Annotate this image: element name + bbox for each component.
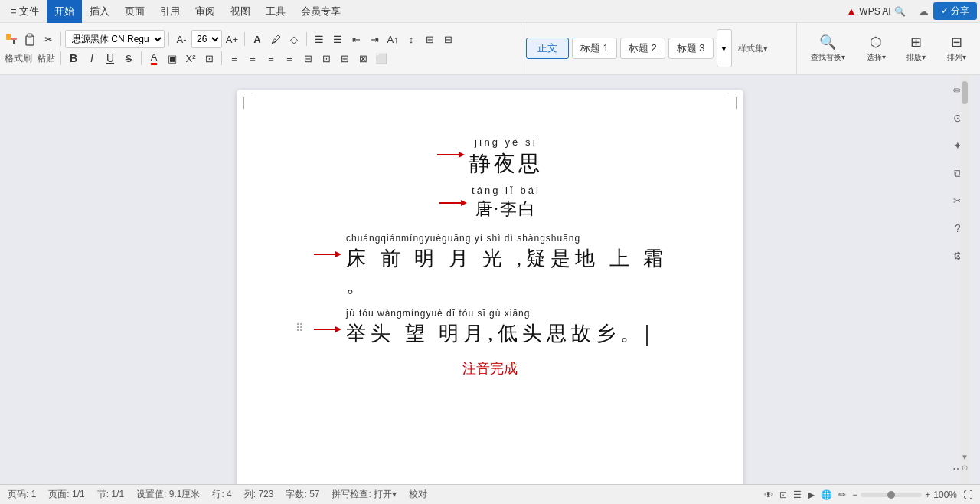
svg-marker-6 [459, 152, 465, 158]
font-size-select[interactable]: 26 [191, 30, 222, 48]
numbered-list-btn[interactable]: ☰ [329, 31, 346, 47]
menu-reference[interactable]: 引用 [152, 0, 188, 23]
line2-arrow [314, 323, 341, 335]
style-h2-btn[interactable]: 标题 2 [620, 38, 665, 59]
style-h3-btn[interactable]: 标题 3 [668, 38, 714, 59]
status-right-icons: 👁 ⊡ ☰ ▶ 🌐 ✏ − + 100% ⛶ [764, 489, 972, 500]
highlight-btn[interactable]: 🖊 [267, 31, 284, 47]
menu-bar: ≡ 文件 开始 插入 页面 引用 审阅 视图 工具 会员专享 ▲ WPS AI … [0, 0, 980, 23]
align-right-btn[interactable]: ≡ [263, 50, 279, 67]
zoom-slider[interactable] [861, 493, 922, 497]
share-button[interactable]: ✓ 分享 [933, 2, 977, 20]
arrange-icon: ⊟ [951, 34, 962, 51]
menu-home[interactable]: 开始 [47, 0, 82, 23]
distribute-btn[interactable]: ⊟ [299, 50, 316, 67]
align-left-btn[interactable]: ≡ [226, 50, 243, 67]
corner-mark-tr [724, 97, 737, 109]
font-color-btn[interactable]: A [145, 50, 162, 67]
superscript-btn[interactable]: X² [182, 50, 199, 67]
doc-view-icon[interactable]: ⊡ [779, 489, 787, 500]
label-paste: 粘贴 [35, 52, 57, 65]
status-position: 设置值: 9.1厘米 [136, 488, 200, 501]
font-size-up-btn[interactable]: A↑ [384, 31, 401, 47]
status-col: 列: 723 [244, 488, 274, 501]
eye-icon[interactable]: 👁 [764, 489, 773, 500]
menu-review[interactable]: 审阅 [188, 0, 223, 23]
char-shading-btn[interactable]: ▣ [164, 50, 181, 67]
layout-group[interactable]: ⊞ 排版▾ [906, 34, 926, 63]
find-replace-group[interactable]: 🔍 查找替换▾ [811, 34, 845, 63]
border-btn[interactable]: ⊠ [354, 50, 371, 67]
format-brush-btn[interactable] [3, 31, 20, 47]
completion-text: 注音完成 [462, 359, 518, 378]
scrollbar-track[interactable]: ▼ ⊙ [960, 75, 969, 484]
table-insert-btn[interactable]: ⊞ [336, 50, 353, 67]
title-section: jīng yè sī 静夜思 [437, 136, 543, 178]
columns-btn[interactable]: ⊞ [421, 31, 438, 47]
char-border-btn[interactable]: ⊡ [201, 50, 217, 67]
underline-btn[interactable]: U [102, 50, 119, 67]
decrease-indent-btn[interactable]: ⇤ [348, 31, 364, 47]
zoom-control[interactable]: − + 100% [852, 489, 957, 500]
list-view-icon[interactable]: ☰ [793, 489, 802, 500]
select-group[interactable]: ⬡ 选择▾ [867, 34, 886, 63]
pen-icon[interactable]: ✏ [838, 489, 846, 500]
vertical-align-btn[interactable]: ⊡ [318, 50, 335, 67]
scroll-bottom-arrow[interactable]: ⊙ [962, 463, 968, 472]
status-page: 页码: 1 [8, 488, 36, 501]
drag-handle[interactable]: ⠿ [296, 322, 303, 334]
paste-btn[interactable] [21, 31, 38, 47]
increase-indent-btn[interactable]: ⇥ [366, 31, 383, 47]
bullet-list-btn[interactable]: ☰ [311, 31, 328, 47]
shading-btn[interactable]: ⬜ [373, 50, 390, 67]
line1-section: chuángqiánmíngyuèguāng yí shì dì shàngsh… [299, 233, 681, 299]
svg-rect-0 [6, 34, 11, 40]
expand-icon[interactable]: ⛶ [963, 489, 972, 500]
font-family-select[interactable]: 思源黑体 CN Regu [65, 30, 165, 48]
style-normal-btn[interactable]: 正文 [526, 38, 569, 59]
font-size-decrease-btn[interactable]: A- [173, 31, 190, 47]
wps-ai-button[interactable]: ▲ WPS AI 🔍 [840, 4, 911, 18]
line2-pinyin: jǔ tóu wàngmíngyuè dī tóu sī gù xiāng [346, 308, 530, 319]
status-spell[interactable]: 拼写检查: 打开▾ [332, 488, 397, 501]
text-color-btn[interactable]: A [249, 31, 266, 47]
line-spacing-btn[interactable]: ↕ [403, 31, 420, 47]
label-grid: 格式刷 [3, 52, 34, 65]
line2-chinese: 举头 望 明月,低头思故乡。 [346, 320, 648, 347]
find-replace-icon: 🔍 [819, 34, 836, 51]
svg-rect-1 [11, 38, 17, 40]
cut-btn[interactable]: ✂ [40, 31, 57, 47]
font-size-increase-btn[interactable]: A+ [224, 31, 240, 47]
globe-icon[interactable]: 🌐 [821, 489, 832, 500]
svg-rect-4 [28, 34, 32, 37]
justify-btn[interactable]: ≡ [281, 50, 298, 67]
strikethrough-btn[interactable]: S̶ [120, 50, 137, 67]
scrollbar-thumb[interactable] [962, 81, 968, 104]
zoom-decrease-btn[interactable]: − [852, 489, 858, 500]
menu-file[interactable]: ≡ 文件 [3, 0, 47, 23]
menu-insert[interactable]: 插入 [82, 0, 117, 23]
style-h1-btn[interactable]: 标题 1 [572, 38, 617, 59]
menu-view[interactable]: 视图 [223, 0, 258, 23]
document-page[interactable]: jīng yè sī 静夜思 táng lǐ bái 唐·李白 [237, 90, 743, 484]
status-proofread[interactable]: 校对 [409, 488, 427, 501]
arrange-group[interactable]: ⊟ 排列▾ [947, 34, 966, 63]
zoom-increase-btn[interactable]: + [925, 489, 930, 500]
italic-btn[interactable]: I [83, 50, 100, 67]
styles-panel-label[interactable]: 样式集▾ [735, 43, 771, 54]
styles-more-btn[interactable]: ▼ [717, 29, 732, 67]
document-area: ✏ ⊙ ✦ ⧉ ✂ ? ⚙ ⋯ ▼ ⊙ jīng yè sī [0, 75, 980, 484]
menu-member[interactable]: 会员专享 [293, 0, 348, 23]
menu-tools[interactable]: 工具 [258, 0, 293, 23]
play-icon[interactable]: ▶ [808, 489, 815, 500]
corner-mark-tl [243, 97, 256, 109]
menu-page[interactable]: 页面 [117, 0, 152, 23]
search-icon[interactable]: 🔍 [894, 6, 906, 17]
eraser-btn[interactable]: ◇ [286, 31, 302, 47]
author-arrow [439, 197, 467, 209]
scroll-down-arrow[interactable]: ▼ [961, 453, 969, 461]
align-center-btn[interactable]: ≡ [244, 50, 261, 67]
zoom-level: 100% [933, 489, 957, 500]
bold-btn[interactable]: B [65, 50, 82, 67]
more-paragraph-btn[interactable]: ⊟ [439, 31, 456, 47]
